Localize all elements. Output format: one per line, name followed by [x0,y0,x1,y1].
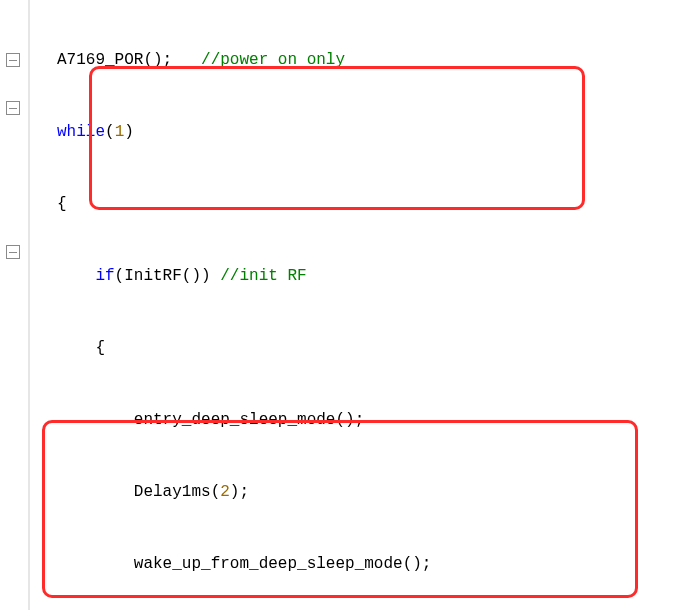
code-text: ) [124,123,134,141]
number: 1 [115,123,125,141]
code-line[interactable]: { [57,336,682,360]
code-line[interactable]: { [57,192,682,216]
fold-toggle-icon[interactable] [6,53,20,67]
keyword: while [57,123,105,141]
number: 2 [220,483,230,501]
code-text: ( [105,123,115,141]
code-editor[interactable]: A7169_POR(); //power on only while(1) { … [0,0,682,610]
code-text: entry_deep_sleep_mode(); [57,411,364,429]
code-text: A7169_POR(); [57,51,201,69]
code-line[interactable]: A7169_POR(); //power on only [57,48,682,72]
code-line[interactable]: entry_deep_sleep_mode(); [57,408,682,432]
code-line[interactable]: if(InitRF()) //init RF [57,264,682,288]
code-area[interactable]: A7169_POR(); //power on only while(1) { … [29,0,682,610]
code-text: { [57,195,67,213]
comment: //init RF [220,267,306,285]
fold-toggle-icon[interactable] [6,101,20,115]
code-text: ); [230,483,249,501]
code-line[interactable]: while(1) [57,120,682,144]
fold-toggle-icon[interactable] [6,245,20,259]
keyword: if [57,267,115,285]
fold-gutter[interactable] [0,0,29,610]
code-text: (InitRF()) [115,267,221,285]
code-text: Delay1ms( [57,483,220,501]
comment: //power on only [201,51,345,69]
code-text: { [57,339,105,357]
code-text: wake_up_from_deep_sleep_mode(); [57,555,431,573]
code-line[interactable]: wake_up_from_deep_sleep_mode(); [57,552,682,576]
code-line[interactable]: Delay1ms(2); [57,480,682,504]
